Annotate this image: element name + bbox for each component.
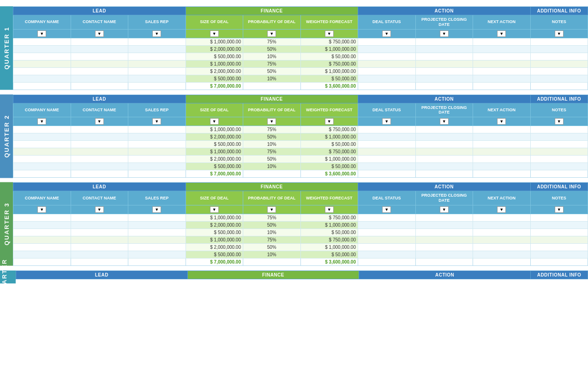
- dropdown-btn[interactable]: ▼: [37, 30, 46, 37]
- dropdown-btn[interactable]: ▼: [267, 206, 276, 213]
- dropdown-btn[interactable]: ▼: [152, 118, 161, 125]
- cell-deal-status: [358, 229, 416, 236]
- cell-notes: [530, 243, 588, 251]
- dropdown-btn[interactable]: ▼: [37, 206, 46, 213]
- dropdown-cell[interactable]: ▼: [530, 29, 588, 38]
- dropdown-btn[interactable]: ▼: [152, 206, 161, 213]
- cell-size-of-deal: $ 2,000,000.00: [186, 133, 243, 141]
- dropdown-cell[interactable]: ▼: [128, 117, 186, 126]
- dropdown-cell[interactable]: ▼: [358, 117, 416, 126]
- table-row: $ 500,000.0010%$ 50,000.00: [13, 163, 588, 170]
- dropdown-cell[interactable]: ▼: [71, 117, 128, 126]
- dropdown-btn[interactable]: ▼: [95, 206, 104, 213]
- cell-deal-status: [358, 75, 416, 82]
- col-header-next_action: NEXT ACTION: [473, 191, 531, 205]
- section-addinfo-header: ADDITIONAL INFO: [531, 271, 588, 279]
- dropdown-btn[interactable]: ▼: [210, 206, 219, 213]
- dropdown-btn[interactable]: ▼: [555, 206, 564, 213]
- cell-notes: [530, 75, 588, 82]
- dropdown-cell[interactable]: ▼: [415, 205, 473, 214]
- dropdown-btn[interactable]: ▼: [440, 206, 449, 213]
- dropdown-cell[interactable]: ▼: [300, 29, 358, 38]
- cell-salesrep: [128, 75, 186, 82]
- dropdown-cell[interactable]: ▼: [415, 117, 473, 126]
- dropdown-btn[interactable]: ▼: [95, 30, 104, 37]
- dropdown-cell[interactable]: ▼: [186, 205, 243, 214]
- dropdown-cell[interactable]: ▼: [13, 205, 71, 214]
- cell-contact: [71, 229, 128, 236]
- dropdown-btn[interactable]: ▼: [325, 30, 334, 37]
- table-row: $ 2,000,000.0050%$ 1,000,000.00: [13, 67, 588, 75]
- dropdown-btn[interactable]: ▼: [497, 206, 506, 213]
- dropdown-btn[interactable]: ▼: [497, 30, 506, 37]
- cell-deal-status: [358, 163, 416, 170]
- dropdown-cell[interactable]: ▼: [243, 117, 301, 126]
- dropdown-btn[interactable]: ▼: [37, 118, 46, 125]
- total-empty: [13, 82, 71, 90]
- dropdown-cell[interactable]: ▼: [71, 205, 128, 214]
- dropdown-btn[interactable]: ▼: [440, 30, 449, 37]
- dropdown-cell[interactable]: ▼: [358, 205, 416, 214]
- dropdown-cell[interactable]: ▼: [128, 205, 186, 214]
- cell-next-action: [473, 229, 531, 236]
- dropdown-btn[interactable]: ▼: [382, 206, 391, 213]
- table-row: $ 1,000,000.0075%$ 750,000.00: [13, 38, 588, 45]
- dropdown-cell[interactable]: ▼: [71, 29, 128, 38]
- dropdown-cell[interactable]: ▼: [243, 205, 301, 214]
- dropdown-btn[interactable]: ▼: [267, 118, 276, 125]
- dropdown-cell[interactable]: ▼: [300, 205, 358, 214]
- quarter-label: QUARTER 1: [0, 6, 13, 90]
- dropdown-btn[interactable]: ▼: [210, 118, 219, 125]
- total-empty: [71, 258, 128, 265]
- dropdown-cell[interactable]: ▼: [13, 29, 71, 38]
- dropdown-btn[interactable]: ▼: [95, 118, 104, 125]
- dropdown-btn[interactable]: ▼: [382, 30, 391, 37]
- dropdown-cell[interactable]: ▼: [473, 205, 531, 214]
- cell-projected-closing: [415, 229, 473, 236]
- dropdown-cell[interactable]: ▼: [13, 117, 71, 126]
- dropdown-btn[interactable]: ▼: [325, 118, 334, 125]
- dropdown-btn[interactable]: ▼: [210, 30, 219, 37]
- cell-contact: [71, 38, 128, 45]
- cell-projected-closing: [415, 53, 473, 60]
- quarter-label: QUARTER 2: [0, 95, 13, 178]
- dropdown-cell[interactable]: ▼: [243, 29, 301, 38]
- cell-weighted-forecast: $ 1,000,000.00: [300, 156, 358, 163]
- cell-contact: [71, 221, 128, 229]
- dropdown-cell[interactable]: ▼: [358, 29, 416, 38]
- dropdown-btn[interactable]: ▼: [267, 30, 276, 37]
- cell-size-of-deal: $ 500,000.00: [186, 53, 243, 60]
- dropdown-cell[interactable]: ▼: [186, 29, 243, 38]
- dropdown-cell[interactable]: ▼: [473, 117, 531, 126]
- dropdown-btn[interactable]: ▼: [440, 118, 449, 125]
- table-row: $ 500,000.0010%$ 50,000.00: [13, 141, 588, 148]
- cell-company: [13, 45, 71, 53]
- cell-salesrep: [128, 141, 186, 148]
- cell-deal-status: [358, 45, 416, 53]
- total-empty: [530, 258, 588, 265]
- dropdown-cell[interactable]: ▼: [128, 29, 186, 38]
- table-row: $ 1,000,000.0075%$ 750,000.00: [13, 148, 588, 156]
- table-row: $ 500,000.0010%$ 50,000.00: [13, 75, 588, 82]
- cell-next-action: [473, 67, 531, 75]
- dropdown-btn[interactable]: ▼: [555, 30, 564, 37]
- dropdown-btn[interactable]: ▼: [152, 30, 161, 37]
- cell-weighted-forecast: $ 1,000,000.00: [300, 243, 358, 251]
- cell-probability: 75%: [243, 214, 301, 221]
- cell-next-action: [473, 156, 531, 163]
- dropdown-cell[interactable]: ▼: [300, 117, 358, 126]
- cell-weighted-forecast: $ 750,000.00: [300, 126, 358, 133]
- dropdown-cell[interactable]: ▼: [415, 29, 473, 38]
- dropdown-cell[interactable]: ▼: [530, 117, 588, 126]
- cell-probability: 75%: [243, 148, 301, 156]
- dropdown-btn[interactable]: ▼: [555, 118, 564, 125]
- dropdown-btn[interactable]: ▼: [382, 118, 391, 125]
- dropdown-cell[interactable]: ▼: [186, 117, 243, 126]
- cell-weighted-forecast: $ 750,000.00: [300, 38, 358, 45]
- dropdown-btn[interactable]: ▼: [325, 206, 334, 213]
- total-size: $ 7,000,000.00: [186, 170, 243, 178]
- dropdown-cell[interactable]: ▼: [530, 205, 588, 214]
- dropdown-cell[interactable]: ▼: [473, 29, 531, 38]
- section-lead-header: LEAD: [13, 183, 186, 191]
- dropdown-btn[interactable]: ▼: [497, 118, 506, 125]
